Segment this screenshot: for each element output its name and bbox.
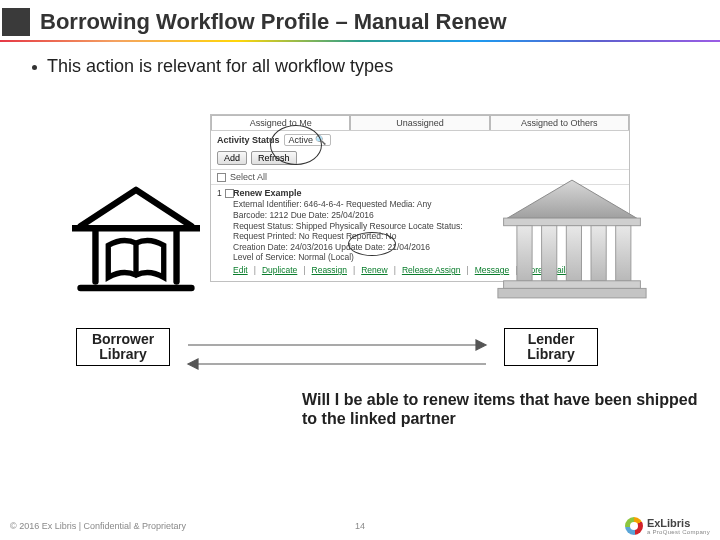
- svg-rect-6: [504, 218, 641, 226]
- record-index: 1: [217, 188, 222, 199]
- action-duplicate[interactable]: Duplicate: [262, 265, 297, 276]
- svg-rect-13: [498, 288, 646, 298]
- svg-marker-15: [476, 340, 486, 350]
- footer: © 2016 Ex Libris | Confidential & Propri…: [0, 512, 720, 540]
- tab-unassigned[interactable]: Unassigned: [350, 115, 489, 130]
- svg-rect-12: [504, 281, 641, 289]
- footer-copyright: © 2016 Ex Libris | Confidential & Propri…: [10, 521, 186, 531]
- svg-marker-17: [188, 359, 198, 369]
- borrower-label: Borrower Library: [77, 332, 169, 363]
- action-reassign[interactable]: Reassign: [312, 265, 347, 276]
- title-accent-box: [2, 8, 30, 36]
- action-release-assign[interactable]: Release Assign: [402, 265, 461, 276]
- logo-main-text: ExLibris: [647, 518, 710, 529]
- exlibris-logo: ExLibris a ProQuest Company: [625, 517, 710, 535]
- status-value[interactable]: Active 🔍: [284, 134, 332, 146]
- bullet-dot: [32, 65, 37, 70]
- borrower-label-box: Borrower Library: [76, 328, 170, 366]
- footer-page-number: 14: [355, 521, 365, 531]
- caption-text: Will I be able to renew items that have …: [302, 390, 698, 428]
- svg-rect-9: [566, 226, 581, 281]
- action-renew[interactable]: Renew: [361, 265, 387, 276]
- tab-assigned-to-me[interactable]: Assigned to Me: [211, 115, 350, 130]
- lender-label: Lender Library: [505, 332, 597, 363]
- refresh-button[interactable]: Refresh: [251, 151, 297, 165]
- lender-label-box: Lender Library: [504, 328, 598, 366]
- select-all-label: Select All: [230, 172, 267, 182]
- logo-sub-text: a ProQuest Company: [647, 529, 710, 535]
- bullet-text: This action is relevant for all workflow…: [47, 56, 393, 77]
- svg-marker-5: [507, 180, 636, 218]
- borrower-library-icon: [72, 180, 200, 300]
- logo-ring-icon: [625, 517, 643, 535]
- select-all-checkbox[interactable]: [217, 173, 226, 182]
- add-button[interactable]: Add: [217, 151, 247, 165]
- tab-row: Assigned to Me Unassigned Assigned to Ot…: [211, 115, 629, 131]
- page-title: Borrowing Workflow Profile – Manual Rene…: [40, 9, 507, 35]
- arrow-connector: [178, 330, 496, 386]
- lender-library-icon: [496, 170, 648, 308]
- search-icon: 🔍: [315, 135, 326, 145]
- svg-rect-8: [542, 226, 557, 281]
- record-checkbox[interactable]: [225, 189, 234, 198]
- rainbow-divider: [0, 40, 720, 42]
- svg-rect-7: [517, 226, 532, 281]
- svg-rect-11: [616, 226, 631, 281]
- status-label: Activity Status: [217, 135, 280, 145]
- action-edit[interactable]: Edit: [233, 265, 248, 276]
- svg-rect-10: [591, 226, 606, 281]
- tab-assigned-to-others[interactable]: Assigned to Others: [490, 115, 629, 130]
